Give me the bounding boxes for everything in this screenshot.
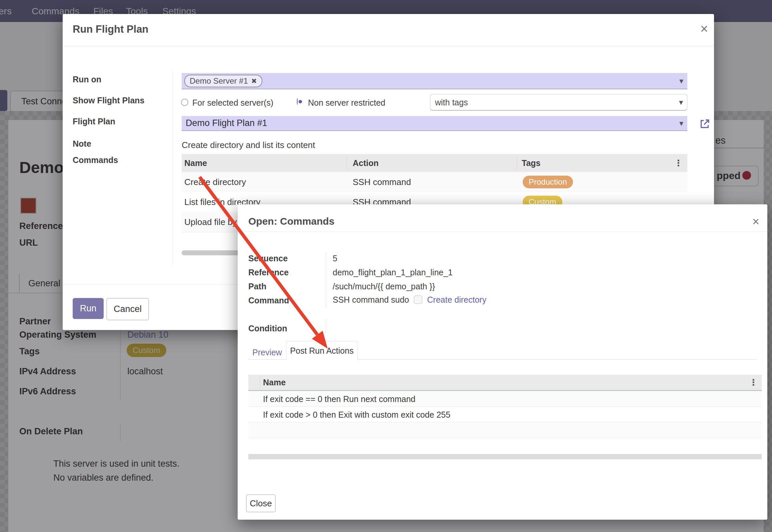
external-link-icon[interactable]	[699, 118, 711, 130]
close-icon[interactable]: ×	[700, 23, 708, 35]
actions-table-header: Name ⋮	[248, 375, 762, 391]
run-on-label: Run on	[73, 74, 101, 84]
label-column-divider	[326, 253, 326, 308]
radio-selected-servers[interactable]	[181, 99, 188, 106]
column-name[interactable]: Name	[263, 378, 286, 387]
condition-label: Condition	[248, 323, 287, 333]
chevron-down-icon[interactable]: ▾	[679, 119, 683, 128]
reference-value: demo_flight_plan_1_plan_line_1	[333, 267, 453, 277]
close-icon[interactable]: ×	[752, 216, 759, 228]
server-chip-label: Demo Server #1	[190, 76, 248, 86]
path-value: /such/much/{{ demo_path }}	[333, 281, 435, 291]
column-tags[interactable]: Tags	[522, 158, 541, 168]
show-flight-plans-label: Show Flight Plans	[73, 95, 144, 105]
header-divider	[63, 46, 714, 46]
modal-title: Run Flight Plan	[73, 23, 148, 35]
create-directory-link[interactable]: Create directory	[427, 295, 486, 305]
row-action: SSH command	[353, 177, 411, 187]
table-row-empty	[248, 422, 762, 438]
chevron-down-icon[interactable]: ▾	[679, 76, 683, 86]
radio-non-server-restricted[interactable]	[297, 98, 298, 105]
command-label: Command	[248, 295, 289, 305]
with-tags-select[interactable]: with tags ▾	[430, 94, 687, 111]
radio-selected-servers-label[interactable]: For selected server(s)	[192, 98, 273, 108]
chip-remove-icon[interactable]: ✖	[251, 77, 257, 85]
row-name: If exit code == 0 then Run next command	[263, 394, 415, 404]
row-name: Upload file by	[184, 217, 237, 227]
with-tags-value: with tags	[435, 97, 468, 107]
cancel-button[interactable]: Cancel	[106, 298, 149, 320]
column-divider	[517, 156, 517, 170]
commands-table-header: Name Action Tags ⋮	[182, 154, 687, 173]
tab-post-run-actions[interactable]: Post Run Actions	[286, 341, 358, 360]
command-value: SSH command sudo	[333, 295, 409, 305]
tag-production-badge: Production	[523, 176, 573, 188]
sequence-value: 5	[333, 253, 337, 263]
screen: vers Commands Files Tools Settings Test …	[0, 0, 772, 532]
flight-plan-value: Demo Flight Plan #1	[186, 118, 267, 128]
radio-non-server-label[interactable]: Non server restricted	[308, 98, 385, 108]
server-chip[interactable]: Demo Server #1 ✖	[184, 75, 262, 87]
table-row[interactable]: If exit code == 0 then Run next command	[248, 391, 762, 407]
run-on-field[interactable]: Demo Server #1 ✖ ▾	[182, 73, 687, 89]
open-commands-modal: Open: Commands × Sequence Reference Path…	[238, 204, 767, 520]
command-row: SSH command sudo Create directory	[333, 295, 486, 305]
row-name: Create directory	[184, 177, 246, 187]
header-divider	[238, 232, 767, 232]
chevron-down-icon[interactable]: ▾	[679, 98, 683, 107]
flight-plan-field[interactable]: Demo Flight Plan #1 ▾	[182, 116, 687, 131]
close-button[interactable]: Close	[246, 494, 276, 512]
commands-label: Commands	[73, 155, 118, 165]
table-options-kebab-icon[interactable]: ⋮	[749, 377, 758, 388]
sequence-label: Sequence	[248, 253, 288, 263]
label-column-divider	[173, 71, 173, 265]
column-action[interactable]: Action	[353, 158, 379, 168]
sudo-checkbox[interactable]	[414, 295, 422, 304]
table-options-kebab-icon[interactable]: ⋮	[674, 158, 683, 168]
column-name[interactable]: Name	[184, 158, 207, 168]
modal-title: Open: Commands	[248, 216, 334, 227]
note-label: Note	[73, 139, 91, 149]
path-label: Path	[248, 281, 266, 291]
column-divider	[347, 156, 347, 170]
reference-label: Reference	[248, 267, 289, 277]
condition-divider	[326, 319, 326, 333]
horizontal-scrollbar[interactable]	[248, 454, 762, 459]
table-row[interactable]: If exit code > 0 then Exit with custom e…	[248, 407, 762, 422]
column-divider	[260, 376, 260, 389]
run-button[interactable]: Run	[73, 298, 104, 319]
flight-plan-label: Flight Plan	[73, 116, 115, 126]
tab-preview[interactable]: Preview	[252, 348, 282, 357]
table-row[interactable]: Create directory SSH command Production	[182, 172, 687, 192]
row-name: If exit code > 0 then Exit with custom e…	[263, 410, 450, 420]
flight-plan-description: Create directory and list its content	[182, 140, 315, 150]
